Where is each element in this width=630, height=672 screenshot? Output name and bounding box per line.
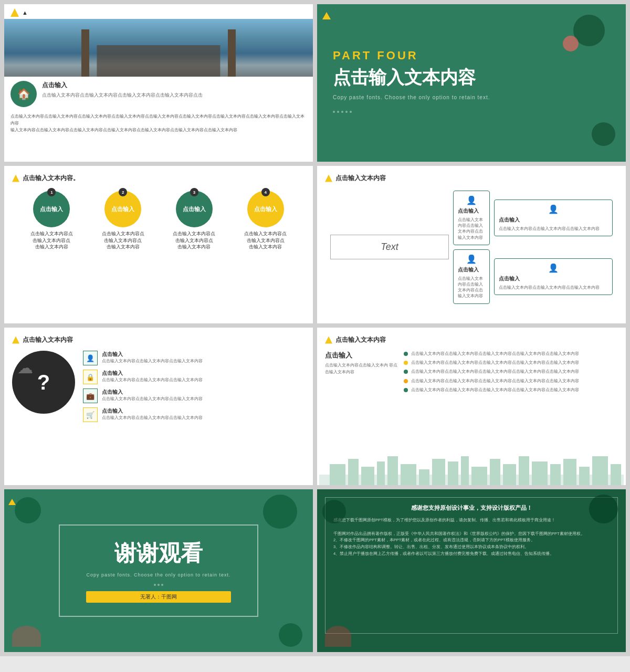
slide1-banner-text: ▲ bbox=[22, 9, 28, 16]
circle-4: 4 点击输入 bbox=[247, 191, 284, 227]
bullet-row-5: 点击输入文本内容点击输入文本内容点击输入文本内容点击输入文本内容点击输入文本内容 bbox=[404, 387, 618, 393]
slide5-header-icon bbox=[12, 337, 19, 344]
svg-rect-5 bbox=[387, 456, 398, 485]
slide2-main-title: 点击输入文本内容 bbox=[333, 67, 476, 88]
list-item-3-title: 点击输入 bbox=[102, 388, 305, 396]
slide1-footer-line2: 输入文本内容点击输入文本内容点击输入文本内容点击输入文本内容点击输入文本内容点击… bbox=[10, 128, 237, 132]
ddot-2 bbox=[337, 111, 339, 113]
ddot-4 bbox=[345, 111, 348, 113]
slide8-wm1 bbox=[589, 495, 618, 523]
banner-triangle-icon bbox=[10, 8, 19, 17]
slide-7: 谢谢观看 Copy paste fonts. Choose the only o… bbox=[4, 489, 313, 652]
list-text-3: 点击输入 点击输入文本内容点击输入文本内容点击输入文本内容 bbox=[102, 388, 305, 402]
slide-4: 点击输入文本内容 👤 点击输入 点击输入文本内容点击输入文本内容点击输入文本内容… bbox=[317, 166, 626, 323]
ddot-1 bbox=[333, 111, 335, 113]
bullet-dot-3 bbox=[404, 370, 408, 374]
list-text-2: 点击输入 点击输入文本内容点击输入文本内容点击输入文本内容 bbox=[102, 370, 305, 383]
list-icon-4: 🛒 bbox=[83, 407, 98, 422]
slide2-part-label: PART FOUR bbox=[333, 49, 418, 62]
bullet-row-3: 点击输入文本内容点击输入文本内容点击输入文本内容点击输入文本内容点击输入文本内容 bbox=[404, 369, 618, 374]
slide8-notice-body: 感谢您下载千图网原创PPT模板，为了维护您以及原创作者的利益，请勿复制、传播、出… bbox=[333, 517, 610, 558]
svg-rect-4 bbox=[377, 461, 385, 485]
bridge-tower-left bbox=[81, 29, 89, 77]
slide7-thank-border: 谢谢观看 Copy paste fonts. Choose the only o… bbox=[59, 524, 258, 617]
circle-item-1: 1 点击输入 点击输入文本内容点击输入文本内容点击输入文本内容 bbox=[17, 191, 86, 250]
list-icon-3: 💼 bbox=[83, 388, 98, 403]
circle-1-number: 1 bbox=[47, 188, 56, 196]
svg-rect-12 bbox=[490, 459, 500, 485]
cloud-deco: ☁ bbox=[17, 359, 33, 377]
slide2-triangle-deco bbox=[322, 12, 331, 19]
slide-1: ▲ 🏠 点击输入 点击输入文本内容点击输入文本内容点击输入文本内容点击输入文本内… bbox=[4, 4, 313, 162]
bullet-row-4: 点击输入文本内容点击输入文本内容点击输入文本内容点击输入文本内容点击输入文本内容 bbox=[404, 378, 618, 384]
bullet-text-4: 点击输入文本内容点击输入文本内容点击输入文本内容点击输入文本内容点击输入文本内容 bbox=[411, 378, 579, 384]
slide7-author-badge: 无署人：千图网 bbox=[86, 591, 230, 603]
list-item-1-body: 点击输入文本内容点击输入文本内容点击输入文本内容 bbox=[102, 358, 305, 364]
bullet-dot-2 bbox=[404, 361, 408, 365]
slide1-body-text: 点击输入文本内容点击输入文本内容点击输入文本内容点击输入文本内容点击 bbox=[42, 92, 307, 99]
circle-3: 3 点击输入 bbox=[176, 191, 213, 227]
slide3-header: 点击输入文本内容。 bbox=[12, 174, 305, 183]
slide6-header: 点击输入文本内容 bbox=[325, 335, 618, 344]
circle-item-2: 2 点击输入 点击输入文本内容点击输入文本内容点击输入文本内容 bbox=[89, 191, 158, 250]
bridge-tower-right bbox=[228, 29, 236, 77]
box-tr-icon: 👤 bbox=[499, 204, 608, 214]
circle-3-label: 点击输入 bbox=[183, 205, 206, 213]
circle-4-number: 4 bbox=[261, 188, 270, 196]
slide1-click-input: 点击输入 bbox=[42, 81, 307, 90]
slide6-bullet-list: 点击输入文本内容点击输入文本内容点击输入文本内容点击输入文本内容点击输入文本内容… bbox=[404, 351, 618, 393]
tdot-3 bbox=[161, 584, 163, 586]
svg-rect-20 bbox=[611, 464, 621, 485]
bridge-structure bbox=[4, 35, 313, 77]
slide7-wm2 bbox=[263, 495, 297, 529]
bridge-road bbox=[97, 45, 220, 77]
bullet-text-5: 点击输入文本内容点击输入文本内容点击输入文本内容点击输入文本内容点击输入文本内容 bbox=[411, 387, 579, 393]
diagram-center: Text bbox=[330, 235, 449, 259]
ddot-5 bbox=[350, 111, 352, 113]
circle-1-label: 点击输入 bbox=[40, 205, 63, 213]
diagram-box-tr: 👤 点击输入 点击输入文本内容点击输入文本内容点击输入文本内容 bbox=[494, 200, 613, 236]
circle-1: 1 点击输入 bbox=[33, 191, 70, 227]
slide8-wm3 bbox=[322, 500, 346, 523]
circle-4-body: 点击输入文本内容点击输入文本内容点击输入文本内容 bbox=[244, 230, 287, 250]
tdot-2 bbox=[158, 584, 160, 586]
list-item-2: 🔒 点击输入 点击输入文本内容点击输入文本内容点击输入文本内容 bbox=[83, 370, 305, 384]
slide-5: 点击输入文本内容 ☁ ? 👤 点击输入 点击输入文本内容点击输入文本内容点击输入… bbox=[4, 328, 313, 485]
slide5-header-title: 点击输入文本内容 bbox=[23, 335, 73, 344]
svg-rect-2 bbox=[348, 459, 359, 485]
slide2-divider bbox=[333, 111, 352, 113]
tdot-1 bbox=[154, 584, 156, 586]
question-mark: ? bbox=[37, 371, 50, 394]
slide7-wm4 bbox=[279, 623, 302, 647]
main-grid: ▲ 🏠 点击输入 点击输入文本内容点击输入文本内容点击输入文本内容点击输入文本内… bbox=[0, 0, 630, 656]
slide4-header-icon bbox=[325, 175, 332, 182]
bridge-image bbox=[4, 19, 313, 77]
svg-rect-17 bbox=[563, 459, 576, 485]
slide8-wm2 bbox=[325, 626, 351, 647]
slide8-notice-title: 感谢您支持原创设计事业，支持设计版权产品！ bbox=[333, 504, 610, 512]
svg-rect-15 bbox=[532, 461, 548, 485]
list-item-1-title: 点击输入 bbox=[102, 351, 305, 358]
slide-8: 感谢您支持原创设计事业，支持设计版权产品！ 感谢您下载千图网原创PPT模板，为了… bbox=[317, 489, 626, 652]
circle-2-body: 点击输入文本内容点击输入文本内容点击输入文本内容 bbox=[102, 230, 144, 250]
city-silhouette bbox=[317, 454, 626, 485]
box-tl-title: 点击输入 bbox=[458, 207, 485, 215]
bullet-row-1: 点击输入文本内容点击输入文本内容点击输入文本内容点击输入文本内容点击输入文本内容 bbox=[404, 351, 618, 356]
slide7-thanks-sub: Copy paste fonts. Choose the only option… bbox=[86, 572, 230, 578]
slide6-content-split: 点击输入 点击输入文本内容点击输入文本内 容点击输入文本内容 点击输入文本内容点… bbox=[325, 351, 618, 393]
slide6-header-title: 点击输入文本内容 bbox=[335, 335, 386, 344]
slide2-wm3 bbox=[563, 36, 579, 51]
box-br-text: 点击输入文本内容点击输入文本内容点击输入文本内容 bbox=[499, 285, 608, 290]
slide4-diagram: 👤 点击输入 点击输入文本内容点击输入文本内容点击输入文本内容 Text 👤 点… bbox=[325, 191, 618, 304]
child-circle: ☁ ? bbox=[12, 351, 75, 414]
svg-rect-10 bbox=[461, 456, 469, 485]
circle-2-number: 2 bbox=[119, 188, 127, 196]
slide-2: PART FOUR 点击输入文本内容 Copy paste fonts. Cho… bbox=[317, 4, 626, 162]
slide7-wm3 bbox=[12, 626, 41, 647]
slide6-left-body: 点击输入文本内容点击输入文本内 容点击输入文本内容 bbox=[325, 362, 398, 376]
bullet-text-1: 点击输入文本内容点击输入文本内容点击输入文本内容点击输入文本内容点击输入文本内容 bbox=[411, 351, 579, 356]
svg-rect-13 bbox=[503, 464, 516, 485]
slide1-content: 🏠 点击输入 点击输入文本内容点击输入文本内容点击输入文本内容点击输入文本内容点… bbox=[4, 77, 313, 111]
slide1-avatar: 🏠 bbox=[10, 81, 37, 107]
svg-rect-3 bbox=[361, 467, 374, 485]
